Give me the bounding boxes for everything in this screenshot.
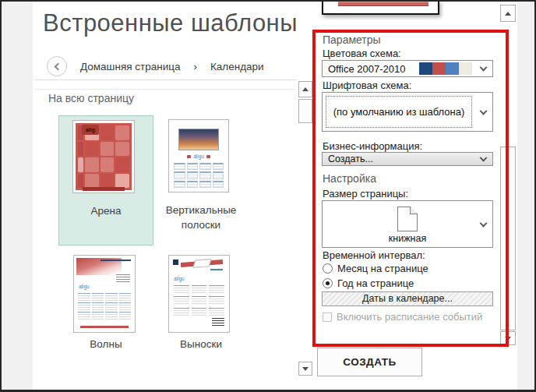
back-arrow-icon	[55, 62, 62, 70]
page-size-label: Размер страницы:	[323, 188, 408, 200]
font-scheme-label: Шрифтовая схема:	[323, 79, 411, 91]
create-button[interactable]: СОЗДАТЬ	[317, 348, 422, 376]
decoration	[100, 260, 131, 261]
chevron-down-icon	[480, 154, 488, 162]
calendar-grid-decoration	[174, 163, 224, 188]
left-margin	[2, 2, 33, 390]
decoration	[212, 318, 224, 327]
template-tile-callouts[interactable]: aligu Выноски	[153, 251, 249, 355]
triangle-down-icon	[505, 337, 511, 341]
triangle-up-icon	[302, 87, 309, 91]
radio-month-on-page[interactable]: Месяц на странице	[323, 262, 428, 274]
divider	[34, 79, 297, 80]
options-scrollbar-thumb[interactable]	[500, 147, 516, 330]
template-thumbnail: aligu	[73, 255, 136, 333]
time-interval-label: Временной интервал:	[323, 249, 425, 261]
calendar-dates-button[interactable]: Даты в календаре...	[322, 291, 493, 306]
radio-year-label: Год на странице	[337, 277, 414, 289]
gallery-scrollbar-thumb[interactable]	[298, 99, 312, 123]
decoration	[80, 326, 129, 328]
options-scroll-down-button[interactable]	[500, 331, 516, 345]
color-scheme-label: Цветовая схема:	[323, 48, 401, 59]
template-name: Вертикальные полоски	[153, 203, 249, 232]
decoration	[338, 2, 428, 6]
page-size-value: книжная	[323, 233, 492, 244]
color-scheme-value: Office 2007-2010	[328, 63, 406, 75]
triangle-up-icon	[505, 12, 511, 16]
font-scheme-selected-item: (по умолчанию из шаблона)	[326, 96, 472, 128]
chevron-down-icon	[480, 64, 488, 72]
ribbon-decoration	[181, 260, 223, 267]
business-info-dropdown[interactable]: Создать...	[322, 152, 493, 166]
include-events-label: Включить расписание событий	[337, 311, 482, 323]
template-name: Волны	[58, 337, 153, 351]
template-name: Арена	[59, 203, 153, 218]
thumbnail-title-text: aligu	[174, 276, 185, 281]
radio-unselected-icon	[323, 263, 333, 274]
template-thumbnail: alig	[72, 120, 135, 193]
customize-header: Настройка	[323, 172, 376, 185]
template-tile-waves[interactable]: aligu Волны	[58, 251, 153, 355]
page-size-dropdown[interactable]: книжная	[322, 200, 493, 248]
swatch-dark-blue	[419, 62, 432, 75]
swatch-red	[432, 62, 446, 75]
breadcrumb-current: Календари	[210, 61, 264, 72]
page-title: Встроенные шаблоны	[43, 9, 298, 37]
chevron-down-icon	[480, 219, 488, 227]
color-swatches	[419, 62, 472, 75]
divider	[34, 89, 297, 90]
template-tile-arena[interactable]: alig Арена	[58, 115, 153, 245]
options-panel-header: Параметры	[323, 34, 381, 46]
gallery-scroll-down-button[interactable]	[298, 362, 312, 376]
decoration	[210, 269, 223, 270]
business-info-label: Бизнес-информация:	[323, 140, 422, 152]
business-info-value: Создать...	[328, 154, 373, 164]
include-events-checkbox[interactable]	[323, 313, 332, 322]
thumbnail-title-text: aligu	[79, 284, 90, 289]
breadcrumb-home[interactable]: Домашняя страница	[80, 61, 180, 72]
decoration	[83, 187, 125, 191]
options-scroll-up-button[interactable]	[500, 5, 516, 22]
template-thumbnail: aligu	[168, 119, 229, 192]
template-tile-vertical-stripes[interactable]: aligu Вертикальные полоски	[153, 115, 249, 245]
back-button[interactable]	[47, 56, 67, 76]
publisher-templates-window: Встроенные шаблоны Домашняя страница › К…	[0, 0, 536, 392]
font-scheme-value: (по умолчанию из шаблона)	[333, 106, 465, 118]
radio-selected-icon	[323, 278, 333, 288]
radio-month-label: Месяц на странице	[337, 263, 428, 274]
font-scheme-dropdown[interactable]: (по умолчанию из шаблона)	[322, 92, 493, 132]
thumbnail-title-text: aligu	[169, 154, 228, 159]
portrait-page-icon	[397, 207, 418, 231]
calendar-grid-decoration	[78, 293, 131, 320]
template-name: Выноски	[153, 337, 249, 351]
decoration	[116, 274, 130, 283]
calendar-grid-decoration	[174, 285, 224, 316]
swatch-blue	[446, 62, 459, 75]
sunset-photo-decoration	[178, 129, 219, 150]
decoration	[173, 260, 178, 265]
gallery-scroll-up-button[interactable]	[298, 81, 312, 97]
template-preview-partial	[322, 0, 439, 15]
right-margin	[517, 2, 534, 390]
chevron-down-icon	[480, 107, 488, 115]
template-thumbnail: aligu	[168, 255, 230, 333]
breadcrumb: Домашняя страница › Календари	[47, 56, 264, 76]
swatch-cream	[459, 62, 472, 75]
radio-year-on-page[interactable]: Год на странице	[323, 277, 414, 289]
include-events-row: Включить расписание событий	[323, 311, 482, 323]
breadcrumb-separator: ›	[193, 61, 197, 72]
thumbnail-title-text: alig	[82, 125, 99, 135]
color-scheme-dropdown[interactable]: Office 2007-2010	[322, 60, 493, 77]
gallery-section-label: На всю страницу	[48, 92, 134, 104]
triangle-down-icon	[302, 367, 309, 371]
